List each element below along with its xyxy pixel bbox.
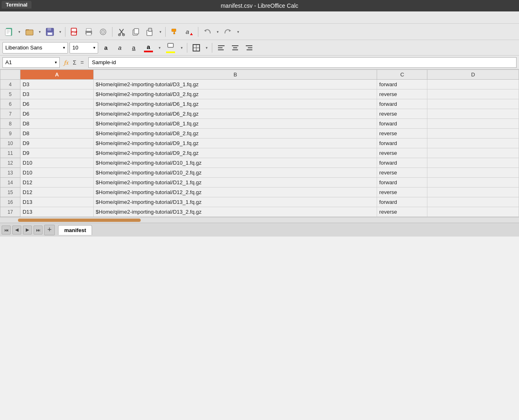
- cell-a-7[interactable]: D6: [20, 109, 94, 119]
- cell-c-9[interactable]: reverse: [377, 129, 427, 139]
- cell-b-10[interactable]: $Home/qiime2-importing-tutorial/D9_1.fq.…: [94, 139, 377, 148]
- cell-d-4[interactable]: [427, 80, 519, 89]
- cell-c-16[interactable]: forward: [377, 197, 427, 207]
- cell-c-4[interactable]: forward: [377, 80, 427, 89]
- cell-a-12[interactable]: D10: [20, 158, 94, 168]
- align-right-button[interactable]: [243, 42, 255, 54]
- redo-arrow[interactable]: ▾: [236, 25, 240, 38]
- undo-arrow[interactable]: ▾: [215, 25, 220, 38]
- cell-d-9[interactable]: [427, 129, 519, 139]
- new-arrow[interactable]: ▾: [17, 25, 22, 38]
- font-family-select[interactable]: Liberation Sans ▾: [2, 42, 68, 54]
- col-header-b[interactable]: B: [94, 70, 377, 80]
- cell-a-10[interactable]: D9: [20, 139, 94, 148]
- font-size-select[interactable]: 10 ▾: [70, 42, 98, 54]
- formula-input[interactable]: Sample-id: [88, 57, 517, 68]
- col-header-a[interactable]: A: [20, 70, 94, 80]
- name-box[interactable]: A1 ▾: [2, 57, 60, 68]
- cell-a-8[interactable]: D8: [20, 119, 94, 129]
- highlight-arrow[interactable]: ▾: [179, 41, 184, 54]
- cell-d-13[interactable]: [427, 168, 519, 178]
- copy-button[interactable]: [129, 25, 142, 38]
- cell-b-16[interactable]: $Home/qiime2-importing-tutorial/D13_1.fq…: [94, 197, 377, 207]
- cell-a-15[interactable]: D12: [20, 188, 94, 197]
- cell-c-8[interactable]: forward: [377, 119, 427, 129]
- sum-icon[interactable]: Σ: [72, 58, 78, 67]
- sheet-tab-manifest[interactable]: manifest: [58, 225, 92, 235]
- cell-d-15[interactable]: [427, 188, 519, 197]
- cell-d-14[interactable]: [427, 178, 519, 188]
- function-wizard-icon[interactable]: 𝑓𝑥: [63, 58, 70, 67]
- cell-c-17[interactable]: reverse: [377, 207, 427, 217]
- open-button[interactable]: [23, 25, 36, 38]
- cell-d-16[interactable]: [427, 197, 519, 207]
- sheet-nav-prev[interactable]: ◀: [12, 226, 21, 235]
- formula-equal-icon[interactable]: =: [79, 58, 85, 67]
- cell-a-17[interactable]: D13: [20, 207, 94, 217]
- cell-c-11[interactable]: reverse: [377, 148, 427, 158]
- undo-button[interactable]: [201, 25, 214, 38]
- pdf-button[interactable]: PDF: [68, 25, 81, 38]
- borders-button[interactable]: [190, 42, 202, 54]
- cell-d-5[interactable]: [427, 89, 519, 99]
- cell-d-12[interactable]: [427, 158, 519, 168]
- add-sheet-button[interactable]: +: [44, 225, 55, 235]
- cell-b-12[interactable]: $Home/qiime2-importing-tutorial/D10_1.fq…: [94, 158, 377, 168]
- print-button[interactable]: [82, 25, 95, 38]
- cell-d-6[interactable]: [427, 99, 519, 109]
- paste-button[interactable]: [144, 25, 157, 38]
- cell-b-13[interactable]: $Home/qiime2-importing-tutorial/D10_2.fq…: [94, 168, 377, 178]
- save-arrow[interactable]: ▾: [58, 25, 63, 38]
- underline-button[interactable]: a: [128, 42, 140, 54]
- cell-d-10[interactable]: [427, 139, 519, 148]
- terminal-badge[interactable]: Terminal: [2, 1, 31, 9]
- redo-button[interactable]: [221, 25, 234, 38]
- cell-d-7[interactable]: [427, 109, 519, 119]
- cell-c-13[interactable]: reverse: [377, 168, 427, 178]
- cell-b-17[interactable]: $Home/qiime2-importing-tutorial/D13_2.fq…: [94, 207, 377, 217]
- cell-c-14[interactable]: forward: [377, 178, 427, 188]
- col-header-d[interactable]: D: [427, 70, 519, 80]
- cell-c-12[interactable]: forward: [377, 158, 427, 168]
- align-center-button[interactable]: [229, 42, 241, 54]
- cell-b-4[interactable]: $Home/qiime2-importing-tutorial/D3_1.fq.…: [94, 80, 377, 89]
- cell-b-11[interactable]: $Home/qiime2-importing-tutorial/D9_2.fq.…: [94, 148, 377, 158]
- h-scrollbar[interactable]: [0, 217, 519, 223]
- highlight-button[interactable]: [164, 42, 177, 54]
- clone-format-button[interactable]: [168, 25, 181, 38]
- cell-c-7[interactable]: reverse: [377, 109, 427, 119]
- font-family-arrow[interactable]: ▾: [63, 45, 65, 50]
- cell-a-13[interactable]: D10: [20, 168, 94, 178]
- h-scrollbar-thumb[interactable]: [18, 219, 141, 222]
- cell-c-6[interactable]: forward: [377, 99, 427, 109]
- cell-a-5[interactable]: D3: [20, 89, 94, 99]
- cell-b-6[interactable]: $Home/qiime2-importing-tutorial/D6_1.fq.…: [94, 99, 377, 109]
- paste-arrow[interactable]: ▾: [158, 25, 163, 38]
- sheet-nav-first[interactable]: ⏮: [2, 226, 11, 235]
- font-color-button[interactable]: a: [142, 42, 155, 54]
- bold-button[interactable]: a: [100, 42, 112, 54]
- cell-b-7[interactable]: $Home/qiime2-importing-tutorial/D6_2.fq.…: [94, 109, 377, 119]
- sheet-nav-last[interactable]: ⏭: [34, 226, 43, 235]
- col-header-c[interactable]: C: [377, 70, 427, 80]
- print-preview-button[interactable]: [97, 25, 110, 38]
- cell-a-14[interactable]: D12: [20, 178, 94, 188]
- cell-b-14[interactable]: $Home/qiime2-importing-tutorial/D12_1.fq…: [94, 178, 377, 188]
- cell-d-17[interactable]: [427, 207, 519, 217]
- save-button[interactable]: [43, 25, 56, 38]
- borders-arrow[interactable]: ▾: [204, 41, 209, 54]
- new-button[interactable]: [2, 25, 16, 38]
- open-arrow[interactable]: ▾: [37, 25, 42, 38]
- cell-a-9[interactable]: D8: [20, 129, 94, 139]
- cell-b-8[interactable]: $Home/qiime2-importing-tutorial/D8_1.fq.…: [94, 119, 377, 129]
- cell-a-4[interactable]: D3: [20, 80, 94, 89]
- italic-button[interactable]: a: [114, 42, 126, 54]
- cell-d-11[interactable]: [427, 148, 519, 158]
- font-size-arrow[interactable]: ▾: [93, 45, 95, 50]
- cell-b-15[interactable]: $Home/qiime2-importing-tutorial/D12_2.fq…: [94, 188, 377, 197]
- align-left-button[interactable]: [215, 42, 227, 54]
- sheet-nav-next[interactable]: ▶: [23, 226, 32, 235]
- cell-c-15[interactable]: reverse: [377, 188, 427, 197]
- font-color-arrow[interactable]: ▾: [157, 41, 162, 54]
- cell-b-9[interactable]: $Home/qiime2-importing-tutorial/D8_2.fq.…: [94, 129, 377, 139]
